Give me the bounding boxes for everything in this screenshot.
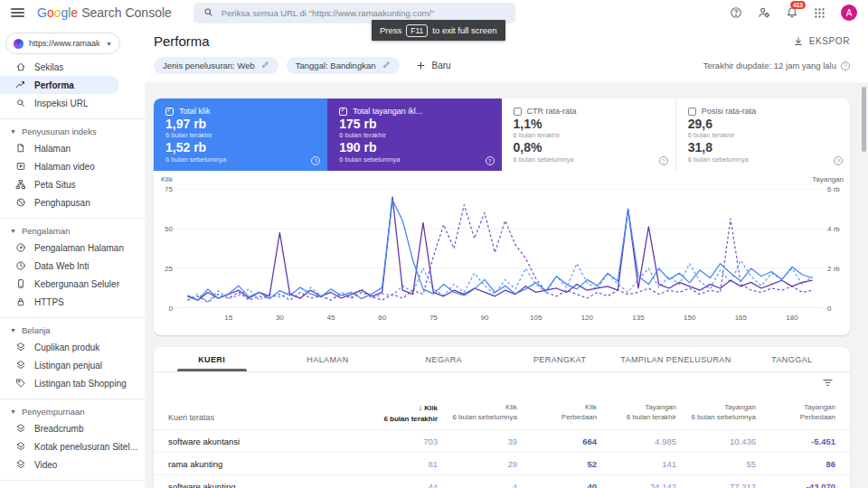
- column-header-tayangan-6-bulan-terakhir[interactable]: Tayangan6 bulan terakhir: [597, 402, 676, 424]
- page-experience-icon: [15, 242, 26, 253]
- sidebar-section-pengalaman[interactable]: ▼Pengalaman: [0, 222, 145, 239]
- table-row-software-akuntansi[interactable]: software akuntansi703396644.98510.436-5.…: [154, 430, 850, 453]
- sidebar-item-label: Penghapusan: [34, 198, 90, 208]
- table-header-row: Kueri teratas ↓Klik6 bulan terakhirKlik6…: [154, 396, 850, 430]
- value-cell: 55: [676, 459, 756, 469]
- value-cell: 4.985: [597, 436, 676, 446]
- sidebar-item-penghapusan[interactable]: Penghapusan: [0, 193, 119, 211]
- pages-icon: [15, 143, 26, 154]
- notifications-icon[interactable]: 413: [786, 6, 798, 19]
- sidebar-item-kotak-penelusuran-sitel[interactable]: Kotak penelusuran Sitel...: [0, 437, 119, 455]
- x-axis-tick: 180: [786, 314, 797, 322]
- sidebar-item-breadcrumb[interactable]: Breadcrumb: [0, 419, 119, 437]
- left-axis-tick: 25: [165, 265, 173, 273]
- column-group: Tayangan: [597, 402, 676, 412]
- app-logo[interactable]: Google Search Console: [37, 5, 172, 20]
- user-settings-icon[interactable]: [758, 6, 770, 19]
- metric-card-posisi-rata-rata[interactable]: Posisi rata-rata29,66 bulan terakhir31,8…: [675, 99, 850, 171]
- sidebar-item-https[interactable]: HTTPS: [0, 293, 119, 311]
- metric-card-ctr-rata-rata[interactable]: CTR rata-rata1,1%6 bulan terakhir0,8%6 b…: [502, 99, 675, 171]
- column-header-tayangan-perbedaan[interactable]: TayanganPerbedaan: [756, 402, 835, 424]
- logo-suffix: Search Console: [81, 5, 172, 20]
- line-chart-plot[interactable]: 75502506 rb4 rb2 rb015304560759010512013…: [177, 189, 823, 308]
- sidebar-item-performa[interactable]: Performa: [0, 76, 119, 94]
- sidebar-item-halaman[interactable]: Halaman: [0, 139, 119, 157]
- tab-tampilan-penelusuran[interactable]: TAMPILAN PENELUSURAN: [618, 347, 733, 371]
- sidebar-item-label: Inspeksi URL: [34, 99, 88, 108]
- table-row-rama-akunting[interactable]: rama akunting8129521415586: [154, 453, 850, 475]
- metric-value-previous: 190 rb: [339, 141, 492, 155]
- info-icon[interactable]: ?: [659, 156, 668, 165]
- tab-negara[interactable]: NEGARA: [386, 347, 502, 371]
- sidebar-item-data-web-inti[interactable]: Data Web Inti: [0, 257, 119, 275]
- filter-chip-tanggal-bandingkan[interactable]: Tanggal: Bandingkan: [287, 57, 400, 74]
- sidebar-item-label: Video: [34, 460, 57, 470]
- sitemap-icon: [15, 179, 26, 190]
- table-body: software akuntansi703396644.98510.436-5.…: [154, 430, 850, 488]
- filter-chip-jenis-penelusuran-web[interactable]: Jenis penelusuran: Web: [154, 57, 278, 74]
- sidebar-item-peta-situs[interactable]: Peta Situs: [0, 175, 119, 193]
- metric-checkbox[interactable]: [688, 108, 696, 116]
- sidebar-item-label: Sekilas: [34, 62, 63, 72]
- chevron-down-icon: ▼: [10, 408, 16, 415]
- column-header-tayangan-6-bulan-sebelumnya[interactable]: Tayangan6 bulan sebelumnya: [676, 402, 756, 424]
- scrollbar-thumb[interactable]: [862, 87, 866, 152]
- metric-checkbox[interactable]: [165, 108, 174, 116]
- sidebar-item-sekilas[interactable]: Sekilas: [0, 58, 119, 76]
- info-icon[interactable]: ?: [834, 156, 843, 165]
- pencil-icon[interactable]: [261, 61, 269, 70]
- sidebar-item-inspeksi-url[interactable]: Inspeksi URL: [0, 94, 119, 112]
- window-scrollbar[interactable]: [861, 87, 867, 488]
- x-axis-tick: 45: [327, 314, 335, 322]
- column-header-klik-6-bulan-sebelumnya[interactable]: Klik6 bulan sebelumnya: [438, 402, 517, 424]
- right-axis-tick: 4 rb: [827, 225, 840, 233]
- help-circle-icon[interactable]: ?: [841, 61, 850, 70]
- sidebar-item-listingan-tab-shopping[interactable]: Listingan tab Shopping: [0, 374, 119, 392]
- main-area: Performa EKSPOR Jenis penelusuran: WebTa…: [145, 25, 868, 488]
- tab-halaman[interactable]: HALAMAN: [269, 347, 385, 371]
- sidebar-item-pengalaman-halaman[interactable]: Pengalaman Halaman: [0, 239, 119, 257]
- metric-label-text: CTR rata-rata: [527, 107, 577, 116]
- export-button[interactable]: EKSPOR: [793, 36, 850, 47]
- filter-chips: Jenis penelusuran: WebTanggal: Bandingka…: [154, 57, 408, 74]
- sidebar-item-listingan-penjual[interactable]: Listingan penjual: [0, 356, 119, 374]
- sidebar-item-kebergunaan-seluler[interactable]: Kebergunaan Seluler: [0, 275, 119, 293]
- column-period: Perbedaan: [517, 412, 597, 422]
- sidebar-item-cuplikan-produk[interactable]: Cuplikan produk: [0, 338, 119, 356]
- sidebar-section-penyempurnaan[interactable]: ▼Penyempurnaan: [0, 403, 145, 419]
- menu-icon[interactable]: [11, 8, 24, 17]
- sidebar-item-video[interactable]: Video: [0, 455, 119, 474]
- value-cell: 81: [358, 459, 438, 469]
- metric-value-previous: 0,8%: [514, 141, 666, 155]
- value-cell: 34.142: [597, 482, 676, 488]
- metric-card-total-klik[interactable]: Total klik1,97 rb6 bulan terakhir1,52 rb…: [154, 99, 327, 171]
- chart-area: Klik Tayangan 75502506 rb4 rb2 rb0153045…: [154, 171, 850, 335]
- column-header-klik-6-bulan-terakhir[interactable]: ↓Klik6 bulan terakhir: [358, 402, 438, 424]
- new-filter-button[interactable]: Baru: [416, 61, 451, 70]
- value-cell: 39: [438, 436, 517, 446]
- metric-caption-current: 6 bulan terakhir: [688, 131, 841, 139]
- metric-checkbox[interactable]: [514, 108, 522, 116]
- table-row-software-akunting[interactable]: software akunting4444034.14277.212-43.07…: [154, 475, 850, 488]
- help-icon[interactable]: [730, 6, 742, 19]
- apps-grid-icon[interactable]: [814, 7, 826, 19]
- avatar[interactable]: A: [841, 5, 857, 21]
- sidebar-section-penyusunan-indeks[interactable]: ▼Penyusunan indeks: [0, 123, 145, 139]
- right-axis-tick: 0: [827, 305, 831, 313]
- info-icon[interactable]: ?: [486, 156, 495, 165]
- sidebar-section-tindakan-manual-keamanan[interactable]: ▶Tindakan Manual & Keamanan: [0, 484, 145, 488]
- sidebar-item-halaman-video[interactable]: Halaman video: [0, 157, 119, 175]
- property-selector[interactable]: https://www.ramaak... ▼: [5, 33, 120, 54]
- metric-value-current: 175 rb: [339, 117, 492, 131]
- tab-perangkat[interactable]: PERANGKAT: [502, 347, 618, 371]
- info-icon[interactable]: ?: [311, 156, 320, 165]
- tab-tanggal[interactable]: TANGGAL: [734, 347, 850, 371]
- tab-kueri[interactable]: KUERI: [154, 347, 269, 371]
- metric-checkbox[interactable]: [339, 108, 347, 116]
- filter-list-icon[interactable]: [822, 376, 834, 392]
- column-header-klik-perbedaan[interactable]: KlikPerbedaan: [517, 402, 597, 424]
- pencil-icon[interactable]: [382, 61, 391, 70]
- metric-card-total-tayangan-ikl[interactable]: Total tayangan ikl...175 rb6 bulan terak…: [327, 99, 501, 171]
- video-page-icon: [15, 161, 26, 172]
- sidebar-section-belanja[interactable]: ▼Belanja: [0, 322, 145, 338]
